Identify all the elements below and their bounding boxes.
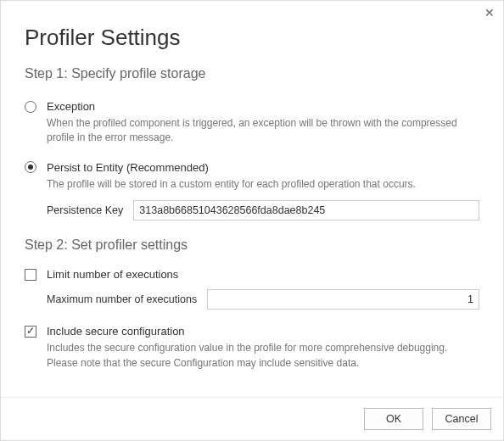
dialog-footer: OK Cancel (1, 397, 503, 440)
cancel-button[interactable]: Cancel (432, 408, 491, 430)
dialog-content: Profiler Settings Step 1: Specify profil… (1, 1, 503, 371)
step2-heading: Step 2: Set profiler settings (25, 237, 479, 253)
option-persist: Persist to Entity (Recommended) The prof… (25, 161, 479, 220)
close-icon[interactable]: ✕ (484, 6, 495, 20)
option-secure: Include secure configuration Includes th… (25, 325, 479, 371)
radio-exception-label: Exception (47, 100, 95, 113)
checkbox-limit-label: Limit number of executions (47, 268, 178, 281)
max-executions-input[interactable] (207, 289, 479, 310)
checkbox-secure-label: Include secure configuration (47, 325, 185, 338)
persist-description: The profile will be stored in a custom e… (47, 177, 479, 192)
ok-button[interactable]: OK (364, 408, 423, 430)
profiler-settings-dialog: ✕ Profiler Settings Step 1: Specify prof… (0, 0, 504, 441)
persistence-key-input[interactable] (133, 200, 479, 220)
step1-heading: Step 1: Specify profile storage (25, 66, 479, 81)
page-title: Profiler Settings (25, 25, 479, 51)
option-exception: Exception When the profiled component is… (25, 100, 479, 146)
radio-persist[interactable] (25, 161, 36, 173)
secure-description: Includes the secure configuration value … (47, 341, 479, 371)
checkbox-limit[interactable] (25, 269, 36, 281)
persistence-key-label: Persistence Key (47, 204, 123, 216)
radio-persist-label: Persist to Entity (Recommended) (47, 161, 209, 174)
option-limit: Limit number of executions Maximum numbe… (25, 268, 479, 310)
radio-exception[interactable] (25, 101, 36, 113)
exception-description: When the profiled component is triggered… (47, 116, 479, 146)
max-executions-label: Maximum number of executions (47, 293, 197, 305)
checkbox-secure[interactable] (25, 326, 36, 338)
